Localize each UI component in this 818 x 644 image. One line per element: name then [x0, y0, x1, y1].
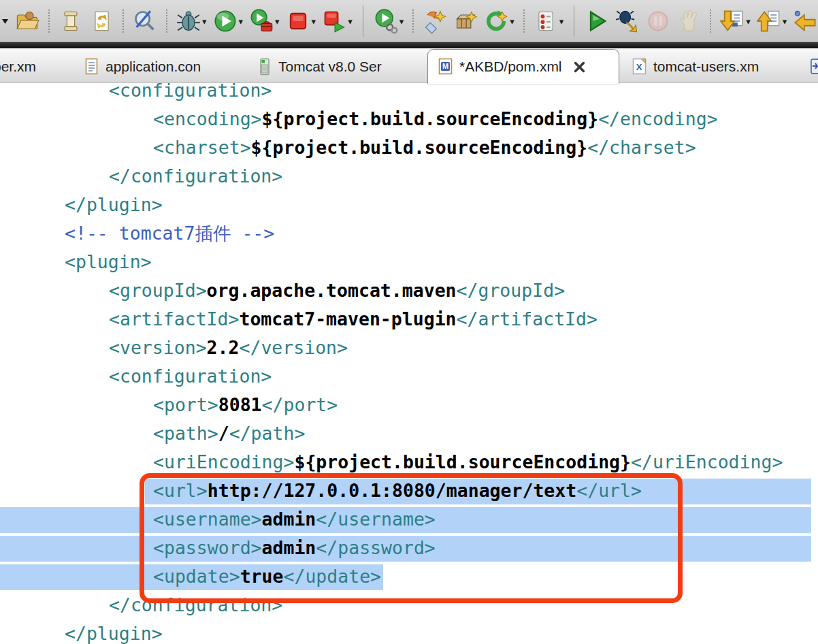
editor-tab-bar: per.xmapplication.conTomcat v8.0 SerM*AK…: [0, 48, 818, 83]
code-segment-val: 2.2: [207, 337, 240, 358]
code-segment-tag: </configuration>: [109, 594, 282, 615]
code-segment-val: true: [240, 566, 284, 587]
code-line[interactable]: <configuration>: [0, 362, 818, 391]
code-segment-tag: </url>: [576, 480, 642, 501]
code-line[interactable]: <password>admin</password>: [0, 534, 818, 562]
code-line-text: <artifactId>tomcat7-maven-plugin</artifa…: [109, 308, 598, 329]
code-segment-tag: <update>: [153, 566, 240, 587]
xml-file-icon: X: [632, 58, 647, 76]
code-segment-tag: <configuration>: [109, 366, 272, 387]
code-segment-tag: </port>: [262, 394, 338, 415]
code-segment-tag: <plugin>: [65, 251, 152, 272]
code-segment-val: tomcat7-maven-plugin: [239, 308, 456, 329]
maven-file-icon: M: [438, 58, 453, 76]
code-line-text: </configuration>: [109, 594, 282, 615]
code-line-text: <port>8081</port>: [153, 394, 338, 415]
tab-label: *AKBD/pom.xml: [459, 59, 562, 75]
code-segment-tag: </artifactId>: [457, 308, 598, 329]
code-line[interactable]: <artifactId>tomcat7-maven-plugin</artifa…: [0, 305, 818, 334]
code-segment-tag: <url>: [153, 480, 208, 501]
code-line[interactable]: </plugin>: [0, 191, 818, 219]
code-line[interactable]: <!-- tomcat7插件 -->: [0, 219, 818, 248]
code-line-text: <configuration>: [109, 366, 272, 387]
tab-label: per.xm: [0, 59, 36, 75]
code-layer: <configuration><encoding>${project.build…: [0, 0, 818, 644]
code-segment-tag: <password>: [153, 537, 262, 558]
code-segment-com: <!-- tomcat7插件 -->: [65, 223, 274, 244]
code-segment-tag: </encoding>: [598, 108, 718, 129]
code-segment-val: ${project.build.sourceEncoding}: [294, 451, 631, 472]
tab-label: tomcat-users.xm: [653, 59, 759, 75]
code-segment-tag: <version>: [109, 337, 207, 358]
code-segment-val: ${project.build.sourceEncoding}: [251, 137, 588, 158]
code-segment-val: admin: [262, 537, 316, 558]
code-line-text: <password>admin</password>: [153, 537, 436, 558]
tab-tomcat-server[interactable]: Tomcat v8.0 Ser: [257, 52, 382, 81]
tab-label: application.con: [105, 59, 201, 75]
tab-tomcat-users[interactable]: Xtomcat-users.xm: [632, 52, 759, 81]
code-segment-tag: </path>: [229, 423, 306, 444]
doc-icon: [84, 58, 99, 76]
tab-server-xml[interactable]: per.xm: [0, 52, 36, 81]
code-segment-val: admin: [262, 509, 316, 530]
code-line-text: <plugin>: [65, 251, 152, 272]
code-line-text: <charset>${project.build.sourceEncoding}…: [153, 137, 696, 158]
code-line[interactable]: <update>true</update>: [0, 562, 818, 591]
code-segment-val: org.apache.tomcat.maven: [207, 280, 457, 301]
code-line-text: <groupId>org.apache.tomcat.maven</groupI…: [109, 280, 565, 301]
code-segment-tag: </groupId>: [457, 280, 566, 301]
tab-label: Tomcat v8.0 Ser: [278, 59, 382, 75]
code-line-text: <username>admin</username>: [153, 509, 436, 530]
code-line-text: </plugin>: [65, 194, 163, 215]
code-line[interactable]: <version>2.2</version>: [0, 334, 818, 362]
server-icon: [257, 58, 272, 76]
code-line-text: <url>http://127.0.0.1:8080/manager/text<…: [153, 480, 642, 501]
code-segment-tag: </plugin>: [65, 194, 163, 215]
code-line[interactable]: <charset>${project.build.sourceEncoding}…: [0, 133, 818, 162]
code-segment-tag: </plugin>: [65, 623, 163, 644]
code-line-text: <version>2.2</version>: [109, 337, 348, 358]
code-line[interactable]: <groupId>org.apache.tomcat.maven</groupI…: [0, 276, 818, 305]
code-segment-tag: </uriEncoding>: [631, 451, 783, 472]
svg-text:X: X: [636, 62, 642, 72]
code-segment-val: http://127.0.0.1:8080/manager/text: [208, 480, 576, 501]
code-line-text: <uriEncoding>${project.build.sourceEncod…: [153, 451, 783, 472]
eclipse-window: ▾▾▾▾▾▾▾▾▾▾ per.xmapplication.conTomcat v…: [0, 0, 818, 644]
code-segment-val: 8081: [218, 394, 262, 415]
code-segment-tag: </username>: [316, 509, 436, 530]
code-line[interactable]: </plugin>: [0, 619, 818, 644]
code-segment-tag: </update>: [283, 566, 381, 587]
code-line[interactable]: <uriEncoding>${project.build.sourceEncod…: [0, 448, 818, 477]
code-line-text: <!-- tomcat7插件 -->: [65, 223, 274, 244]
code-segment-tag: <encoding>: [153, 108, 262, 129]
code-line[interactable]: <plugin>: [0, 248, 818, 276]
code-line[interactable]: </configuration>: [0, 162, 818, 191]
code-line[interactable]: <port>8081</port>: [0, 391, 818, 419]
code-segment-tag: <path>: [153, 423, 218, 444]
svg-text:M: M: [442, 62, 448, 70]
code-segment-tag: </version>: [239, 337, 348, 358]
code-line-text: <path>/</path>: [153, 423, 305, 444]
code-line[interactable]: </configuration>: [0, 591, 818, 619]
tab-application-conf[interactable]: application.con: [84, 52, 201, 81]
code-segment-tag: <username>: [153, 509, 262, 530]
code-segment-tag: <port>: [153, 394, 218, 415]
code-segment-val: /: [218, 423, 229, 444]
tab-close-icon[interactable]: [572, 59, 587, 74]
code-segment-tag: </password>: [316, 537, 436, 558]
code-segment-tag: <charset>: [153, 137, 251, 158]
code-line-text: </configuration>: [109, 165, 282, 187]
code-line-text: <encoding>${project.build.sourceEncoding…: [153, 108, 718, 129]
code-line[interactable]: <path>/</path>: [0, 419, 818, 448]
code-line[interactable]: <encoding>${project.build.sourceEncoding…: [0, 105, 818, 133]
code-line[interactable]: <username>admin</username>: [0, 505, 818, 534]
code-segment-val: ${project.build.sourceEncoding}: [262, 108, 599, 129]
file-partial-icon[interactable]: [810, 52, 818, 81]
code-segment-tag: </configuration>: [109, 165, 282, 187]
code-segment-tag: <groupId>: [109, 280, 207, 301]
code-line-text: </plugin>: [65, 623, 163, 644]
code-segment-tag: </charset>: [587, 137, 696, 158]
code-segment-tag: <artifactId>: [109, 308, 239, 329]
tab-pom-xml[interactable]: M*AKBD/pom.xml: [427, 49, 619, 84]
code-line[interactable]: <url>http://127.0.0.1:8080/manager/text<…: [0, 477, 818, 505]
